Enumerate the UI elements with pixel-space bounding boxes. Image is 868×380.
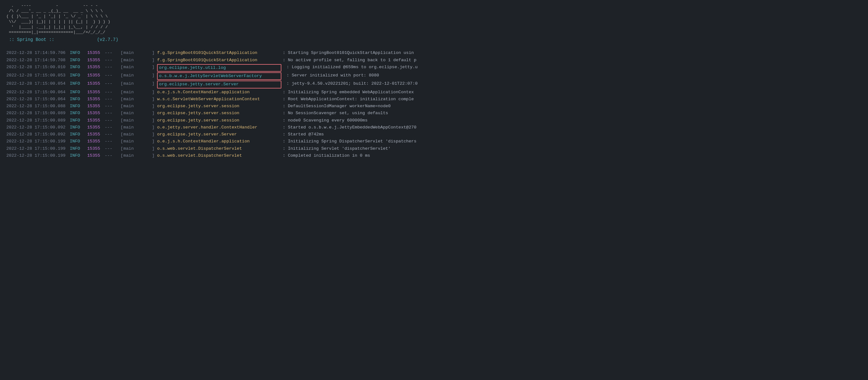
log-timestamp: 2022-12-28 17:15:00.088	[6, 103, 70, 109]
log-message: : DefaultSessionIdManager workerName=nod…	[283, 103, 862, 109]
log-thread: main	[123, 131, 152, 138]
log-separator: ---	[105, 110, 121, 117]
log-timestamp: 2022-12-28 17:15:00.092	[6, 124, 70, 131]
log-message: : No SessionScavenger set, using default…	[283, 110, 862, 117]
log-thread: main	[123, 146, 152, 152]
log-separator: ---	[105, 64, 121, 70]
log-bracket-open: [	[121, 103, 123, 109]
log-message: : Initializing Servlet 'dispatcherServle…	[283, 146, 862, 152]
spring-boot-ascii-art: . ---- - -- - - /\ / ___'_ __ _ _(_)_ __…	[6, 3, 862, 35]
log-row: 2022-12-28 17:14:59.708 INFO 15355 --- […	[6, 57, 862, 64]
log-message: : Initializing Spring embedded WebApplic…	[283, 89, 862, 95]
log-timestamp: 2022-12-28 17:15:00.092	[6, 131, 70, 138]
log-row: 2022-12-28 17:14:59.706 INFO 15355 --- […	[6, 50, 862, 57]
log-bracket-open: [	[121, 89, 123, 95]
log-pid: 15355	[87, 124, 105, 131]
log-bracket-open: [	[121, 96, 123, 102]
log-bracket-close: ]	[152, 153, 155, 159]
log-bracket-open: [	[121, 57, 123, 63]
log-level: INFO	[70, 72, 87, 79]
log-thread: main	[123, 81, 152, 87]
log-pid: 15355	[87, 57, 105, 63]
log-level: INFO	[70, 64, 87, 70]
log-row: 2022-12-28 17:15:00.053 INFO 15355 --- […	[6, 72, 862, 80]
log-bracket-close: ]	[152, 103, 155, 109]
log-logger: o.e.jetty.server.handler.ContextHandler	[157, 124, 278, 131]
log-bracket-close: ]	[152, 72, 155, 79]
log-separator: ---	[105, 50, 121, 56]
log-bracket-close: ]	[152, 138, 155, 145]
log-level: INFO	[70, 89, 87, 95]
log-separator: ---	[105, 89, 121, 95]
log-row: 2022-12-28 17:15:00.064 INFO 15355 --- […	[6, 96, 862, 103]
log-separator: ---	[105, 138, 121, 145]
log-row: 2022-12-28 17:15:00.199 INFO 15355 --- […	[6, 145, 862, 152]
log-pid: 15355	[87, 81, 105, 87]
log-bracket-open: [	[121, 72, 123, 79]
log-timestamp: 2022-12-28 17:15:00.199	[6, 153, 70, 159]
log-thread: main	[123, 50, 152, 56]
log-pid: 15355	[87, 103, 105, 109]
log-logger: org.eclipse.jetty.server.Server	[157, 131, 278, 138]
log-thread: main	[123, 89, 152, 95]
log-pid: 15355	[87, 146, 105, 152]
log-thread: main	[123, 110, 152, 117]
log-logger: f.g.SpringBoot0101QuickStartApplication	[157, 57, 278, 63]
highlighted-logger: org.eclipse.jetty.server.Server	[157, 81, 281, 88]
log-bracket-close: ]	[152, 124, 155, 131]
log-logger: org.eclipse.jetty.server.Server	[159, 81, 279, 88]
log-separator: ---	[105, 81, 121, 87]
log-level: INFO	[70, 131, 87, 138]
log-entries-container: 2022-12-28 17:14:59.706 INFO 15355 --- […	[6, 50, 862, 159]
log-pid: 15355	[87, 72, 105, 79]
log-bracket-close: ]	[152, 57, 155, 63]
log-pid: 15355	[87, 110, 105, 117]
log-message: : Started @742ms	[283, 131, 862, 138]
log-logger: o.s.web.servlet.DispatcherServlet	[157, 153, 278, 159]
log-pid: 15355	[87, 131, 105, 138]
log-logger: org.eclipse.jetty.server.session	[157, 103, 278, 109]
log-level: INFO	[70, 117, 87, 124]
log-bracket-close: ]	[152, 89, 155, 95]
log-row: 2022-12-28 17:15:00.199 INFO 15355 --- […	[6, 138, 862, 145]
log-separator: ---	[105, 153, 121, 159]
log-row: 2022-12-28 17:15:00.089 INFO 15355 --- […	[6, 110, 862, 117]
log-logger: o.s.b.w.e.j.JettyServletWebServerFactory	[159, 73, 279, 79]
log-row: 2022-12-28 17:15:00.088 INFO 15355 --- […	[6, 103, 862, 110]
log-bracket-close: ]	[152, 50, 155, 56]
log-level: INFO	[70, 138, 87, 145]
highlighted-logger: o.s.b.w.e.j.JettyServletWebServerFactory	[157, 72, 281, 80]
log-pid: 15355	[87, 64, 105, 70]
log-message: : No active profile set, falling back to…	[283, 57, 862, 63]
log-logger: org.eclipse.jetty.util.log	[159, 65, 279, 71]
console-container: . ---- - -- - - /\ / ___'_ __ _ _(_)_ __…	[6, 3, 862, 159]
log-thread: main	[123, 153, 152, 159]
log-bracket-close: ]	[152, 117, 155, 124]
log-logger: o.s.web.servlet.DispatcherServlet	[157, 146, 278, 152]
log-separator: ---	[105, 103, 121, 109]
log-level: INFO	[70, 110, 87, 117]
log-bracket-close: ]	[152, 110, 155, 117]
log-pid: 15355	[87, 117, 105, 124]
log-separator: ---	[105, 131, 121, 138]
log-thread: main	[123, 117, 152, 124]
log-pid: 15355	[87, 89, 105, 95]
log-bracket-open: [	[121, 138, 123, 145]
log-logger: org.eclipse.jetty.server.session	[157, 110, 278, 117]
log-message: : jetty-9.4.50.v20221201; built: 2022-12…	[286, 81, 862, 87]
log-timestamp: 2022-12-28 17:15:00.053	[6, 72, 70, 79]
log-separator: ---	[105, 124, 121, 131]
log-timestamp: 2022-12-28 17:15:00.199	[6, 146, 70, 152]
log-separator: ---	[105, 146, 121, 152]
log-thread: main	[123, 96, 152, 102]
log-timestamp: 2022-12-28 17:15:00.089	[6, 110, 70, 117]
log-separator: ---	[105, 57, 121, 63]
log-level: INFO	[70, 153, 87, 159]
log-bracket-open: [	[121, 81, 123, 87]
log-logger: org.eclipse.jetty.server.session	[157, 117, 278, 124]
log-separator: ---	[105, 117, 121, 124]
log-message: : Logging initialized @659ms to org.ecli…	[286, 64, 862, 70]
log-row: 2022-12-28 17:15:00.089 INFO 15355 --- […	[6, 117, 862, 124]
log-thread: main	[123, 72, 152, 79]
log-level: INFO	[70, 50, 87, 56]
